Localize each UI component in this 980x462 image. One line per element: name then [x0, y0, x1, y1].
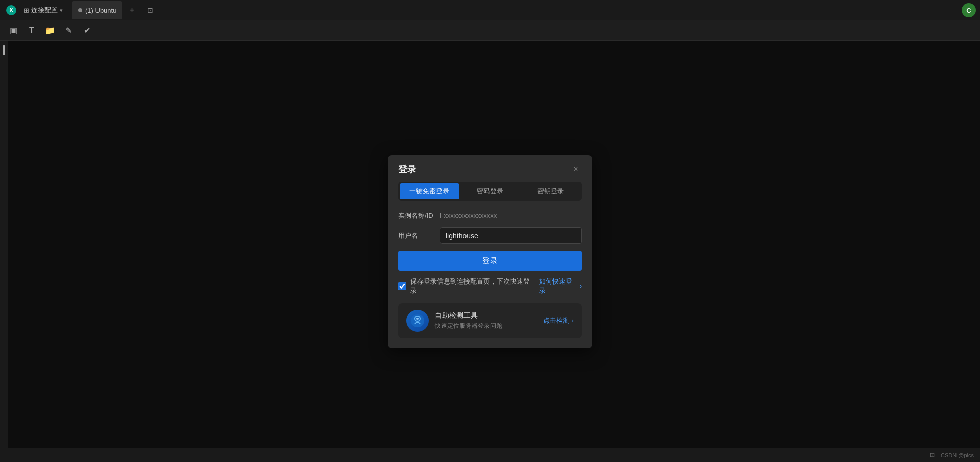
app-logo: X: [4, 3, 18, 17]
login-modal: 登录 × 一键免密登录 密码登录 密钥登录: [388, 155, 592, 348]
modal-overlay: 登录 × 一键免密登录 密码登录 密钥登录: [0, 41, 980, 462]
save-row: 保存登录信息到连接配置页，下次快速登录 如何快速登录 ›: [398, 277, 582, 295]
tool-action-arrow-icon: ›: [572, 317, 574, 324]
username-input[interactable]: [440, 227, 582, 244]
tab-label: (1) Ubuntu: [85, 7, 116, 14]
tool-action-label: 点击检测: [543, 316, 570, 325]
modal-body: 一键免密登录 密码登录 密钥登录 实例名称/ID i-xxxxxxxxxxxxx…: [388, 182, 592, 348]
instance-row: 实例名称/ID i-xxxxxxxxxxxxxxxx: [398, 211, 582, 220]
toolbar-folder-button[interactable]: 📁: [43, 23, 57, 38]
check-icon: ✔: [84, 25, 90, 35]
self-check-tool-card[interactable]: 自助检测工具 快速定位服务器登录问题 点击检测 ›: [398, 303, 582, 338]
save-link-arrow-icon: ›: [580, 282, 582, 290]
login-button[interactable]: 登录: [398, 251, 582, 271]
topbar: X ⊞ 连接配置 ▾ (1) Ubuntu + ⊡ C: [0, 0, 980, 20]
tool-card-description: 快速定位服务器登录问题: [435, 322, 537, 330]
folder-icon: 📁: [45, 25, 55, 35]
tab-key-login[interactable]: 密钥登录: [521, 183, 580, 199]
new-tab-button[interactable]: +: [125, 3, 139, 17]
tab-one-click-login[interactable]: 一键免密登录: [400, 183, 459, 199]
save-label: 保存登录信息到连接配置页，下次快速登录: [410, 277, 535, 295]
username-label: 用户名: [398, 231, 434, 240]
tool-card-title: 自助检测工具: [435, 311, 537, 320]
svg-point-4: [416, 318, 419, 320]
toolbar-check-button[interactable]: ✔: [80, 23, 94, 38]
user-avatar[interactable]: C: [962, 3, 976, 17]
svg-text:X: X: [9, 7, 13, 14]
layout-icon: ⊡: [147, 6, 153, 14]
edit-icon: ✎: [65, 25, 72, 35]
toolbar-text-button[interactable]: T: [24, 23, 39, 38]
login-tabs: 一键免密登录 密码登录 密钥登录: [398, 182, 582, 201]
modal-close-button[interactable]: ×: [570, 163, 582, 175]
avatar-label: C: [966, 7, 971, 14]
terminal-tab[interactable]: (1) Ubuntu: [72, 1, 122, 19]
modal-header: 登录 ×: [388, 155, 592, 182]
save-link-label: 如何快速登录: [539, 277, 578, 295]
toolbar-panels-button[interactable]: ▣: [6, 23, 20, 38]
tab-password-login[interactable]: 密码登录: [460, 183, 520, 199]
connection-config-icon: ⊞: [23, 7, 29, 14]
main-area: 登录 × 一键免密登录 密码登录 密钥登录: [0, 41, 980, 462]
text-icon: T: [29, 26, 34, 35]
tool-card-info: 自助检测工具 快速定位服务器登录问题: [435, 311, 537, 330]
plus-icon: +: [129, 5, 135, 16]
tool-card-action[interactable]: 点击检测 ›: [543, 316, 574, 325]
tab-password-label: 密码登录: [477, 187, 503, 195]
login-button-label: 登录: [482, 256, 498, 265]
dropdown-chevron-icon: ▾: [60, 7, 63, 14]
username-row: 用户名: [398, 227, 582, 244]
layout-button[interactable]: ⊡: [143, 3, 157, 17]
instance-value: i-xxxxxxxxxxxxxxxx: [440, 212, 497, 219]
tool-card-icon: [406, 310, 429, 332]
close-icon: ×: [573, 165, 578, 174]
tab-one-click-label: 一键免密登录: [409, 187, 449, 195]
toolbar-edit-button[interactable]: ✎: [61, 23, 76, 38]
modal-title: 登录: [398, 163, 416, 175]
panels-icon: ▣: [10, 25, 17, 35]
instance-label: 实例名称/ID: [398, 211, 434, 220]
how-to-quick-login-link[interactable]: 如何快速登录 ›: [539, 277, 582, 295]
connection-config-dropdown[interactable]: ⊞ 连接配置 ▾: [20, 5, 66, 16]
connection-config-label: 连接配置: [31, 6, 58, 15]
tab-status-dot: [78, 8, 82, 12]
save-checkbox[interactable]: [398, 282, 406, 290]
toolbar: ▣ T 📁 ✎ ✔: [0, 20, 980, 41]
tab-key-label: 密钥登录: [537, 187, 564, 195]
